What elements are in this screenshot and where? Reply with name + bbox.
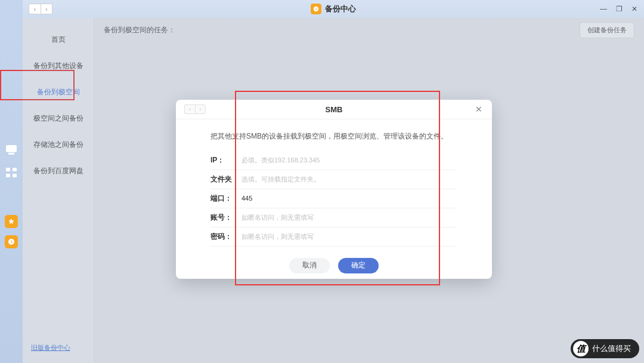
field-row-password: 密码： xyxy=(210,227,456,247)
modal-forward-button[interactable]: › xyxy=(195,104,206,114)
account-input[interactable] xyxy=(242,213,456,222)
window-title-text: 备份中心 xyxy=(325,4,356,14)
maximize-button[interactable]: ❐ xyxy=(615,5,623,13)
field-label-folder: 文件夹： xyxy=(210,174,242,184)
field-row-port: 端口： xyxy=(210,189,456,208)
dock-backup-app-icon[interactable] xyxy=(5,215,18,228)
modal-header: ‹ › SMB ✕ xyxy=(176,100,492,119)
password-input[interactable] xyxy=(242,232,456,241)
modal-description: 把其他支持SMB的设备挂载到极空间，用极空间浏览、管理该设备的文件。 xyxy=(210,130,456,142)
watermark-badge-icon: 值 xyxy=(573,341,589,356)
dock-monitor-icon[interactable] xyxy=(5,143,17,154)
field-label-ip: IP： xyxy=(210,155,242,165)
nav-buttons: ‹ › xyxy=(29,4,52,14)
watermark-text: 什么值得买 xyxy=(592,343,631,354)
nav-back-button[interactable]: ‹ xyxy=(29,4,41,14)
folder-input[interactable] xyxy=(242,174,456,184)
field-label-port: 端口： xyxy=(210,193,242,204)
field-row-account: 账号： xyxy=(210,208,456,227)
title-bar: ‹ › 备份中心 ― ❐ ✕ xyxy=(23,0,644,18)
cancel-button[interactable]: 取消 xyxy=(289,258,330,273)
field-row-ip: IP： xyxy=(210,151,456,170)
nav-forward-button[interactable]: › xyxy=(41,4,52,14)
window-controls: ― ❐ ✕ xyxy=(600,5,638,13)
modal-title: SMB xyxy=(326,105,343,114)
window-title: 备份中心 xyxy=(311,4,356,14)
field-row-folder: 文件夹： xyxy=(210,170,456,189)
ok-button[interactable]: 确定 xyxy=(338,258,379,273)
field-label-password: 密码： xyxy=(210,232,242,242)
modal-footer: 取消 确定 xyxy=(176,253,492,279)
modal-close-button[interactable]: ✕ xyxy=(474,104,484,114)
dock-backup-app2-icon[interactable] xyxy=(5,235,18,248)
field-label-account: 账号： xyxy=(210,213,242,223)
ip-input[interactable] xyxy=(242,155,456,165)
dock-apps-icon[interactable] xyxy=(5,167,17,178)
os-dock xyxy=(0,0,23,363)
smb-modal: ‹ › SMB ✕ 把其他支持SMB的设备挂载到极空间，用极空间浏览、管理该设备… xyxy=(176,100,492,279)
modal-nav: ‹ › xyxy=(184,104,206,114)
port-input[interactable] xyxy=(242,193,456,203)
modal-back-button[interactable]: ‹ xyxy=(184,104,195,114)
modal-body: 把其他支持SMB的设备挂载到极空间，用极空间浏览、管理该设备的文件。 IP： 文… xyxy=(176,119,492,252)
minimize-button[interactable]: ― xyxy=(600,5,607,13)
app-icon xyxy=(311,4,321,14)
close-button[interactable]: ✕ xyxy=(631,5,638,13)
watermark: 值 什么值得买 xyxy=(571,339,639,358)
